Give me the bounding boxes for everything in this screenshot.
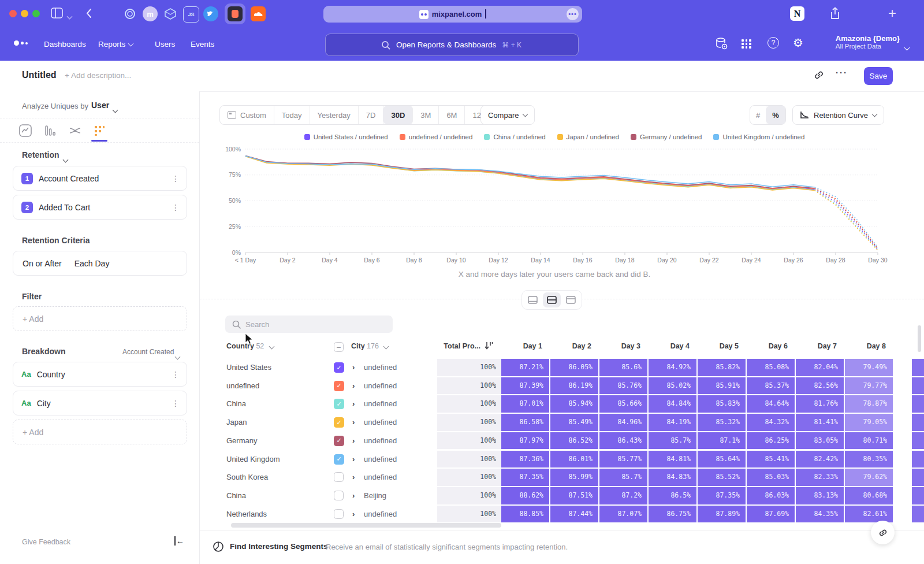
range-custom[interactable]: Custom: [220, 106, 274, 124]
row-checkbox-unchecked[interactable]: [334, 472, 344, 482]
column-header-day[interactable]: Day 7: [796, 342, 837, 350]
pinned-tab-cloud-icon[interactable]: [251, 6, 266, 21]
range-yesterday[interactable]: Yesterday: [310, 106, 359, 124]
row-expand-chevron-icon[interactable]: ›: [352, 436, 355, 445]
row-expand-chevron-icon[interactable]: ›: [352, 363, 355, 372]
apps-grid-icon[interactable]: [742, 39, 751, 49]
row-checkbox-checked[interactable]: ✓: [334, 399, 344, 409]
save-button[interactable]: Save: [864, 67, 893, 85]
format-count-button[interactable]: #: [750, 106, 766, 124]
address-bar[interactable]: mixpanel.com •••: [323, 6, 582, 23]
column-header-day[interactable]: Day 3: [599, 342, 640, 350]
row-expand-chevron-icon[interactable]: ›: [352, 455, 355, 463]
analyze-entity-selector[interactable]: User: [91, 101, 109, 110]
row-checkbox-checked[interactable]: ✓: [334, 454, 344, 465]
breakdown-event-selector[interactable]: Account Created: [122, 348, 174, 356]
legend-item[interactable]: undefined / undefined: [400, 133, 473, 140]
row-expand-chevron-icon[interactable]: ›: [352, 381, 355, 390]
row-checkbox-checked[interactable]: ✓: [334, 381, 344, 391]
collapse-sidebar-icon[interactable]: ←: [174, 536, 184, 546]
column-header-day[interactable]: Day 2: [550, 342, 591, 350]
horizontal-scrollbar[interactable]: [231, 523, 501, 528]
vertical-scrollbar[interactable]: [918, 325, 921, 352]
breakdown-card-country[interactable]: Aa Country ⋮: [13, 362, 187, 387]
compare-button[interactable]: Compare: [480, 105, 535, 125]
breakdown-add-button[interactable]: + Add: [13, 420, 187, 444]
column-header-day[interactable]: Day 4: [649, 342, 690, 350]
copy-link-icon[interactable]: [813, 69, 825, 81]
view-type-dropdown[interactable]: Retention Curve: [792, 105, 884, 125]
select-all-checkbox[interactable]: –: [334, 342, 344, 352]
nav-item-dashboards[interactable]: Dashboards: [44, 28, 86, 61]
nav-item-reports[interactable]: Reports: [98, 28, 133, 61]
retention-curve-chart[interactable]: 0%25%50%75%100%< 1 DayDay 2Day 4Day 6Day…: [219, 143, 889, 266]
project-switcher[interactable]: Amazonia {Demo} All Project Data: [836, 34, 900, 50]
pinned-tab-target-icon[interactable]: [122, 6, 137, 21]
legend-item[interactable]: United Kingdom / undefined: [713, 133, 804, 140]
address-options-icon[interactable]: •••: [567, 8, 579, 20]
column-header-day[interactable]: Day 1: [501, 342, 542, 350]
layout-chart-only-button[interactable]: [524, 292, 542, 307]
window-minimize-button[interactable]: [21, 10, 28, 17]
range-3m[interactable]: 3M: [413, 106, 439, 124]
tab-funnels-icon[interactable]: [43, 124, 57, 138]
criteria-on-or-after[interactable]: On or After: [23, 259, 62, 268]
range-30d[interactable]: 30D: [383, 106, 413, 124]
layout-split-button[interactable]: [543, 292, 561, 307]
column-header-day[interactable]: Day 6: [747, 342, 788, 350]
settings-gear-icon[interactable]: ⚙: [793, 36, 803, 50]
share-link-fab[interactable]: [871, 521, 895, 544]
range-today[interactable]: Today: [274, 106, 310, 124]
breakdown-options-kebab-icon[interactable]: ⋮: [172, 370, 180, 379]
column-header-city[interactable]: City 176: [351, 342, 388, 350]
column-header-total[interactable]: Total Pro...: [416, 342, 480, 350]
legend-item[interactable]: China / undefined: [484, 133, 545, 140]
row-expand-chevron-icon[interactable]: ›: [352, 399, 355, 408]
sort-descending-icon[interactable]: [484, 341, 493, 350]
retention-section-heading[interactable]: Retention: [22, 150, 59, 159]
layout-table-only-button[interactable]: [562, 292, 580, 307]
window-close-button[interactable]: [9, 10, 17, 17]
row-checkbox-checked[interactable]: ✓: [334, 417, 344, 428]
breakdown-card-city[interactable]: Aa City ⋮: [13, 391, 187, 415]
notion-extension-icon[interactable]: N: [790, 6, 804, 21]
add-description-button[interactable]: + Add description...: [65, 71, 131, 80]
row-expand-chevron-icon[interactable]: ›: [352, 491, 355, 500]
column-header-day[interactable]: Day 5: [698, 342, 739, 350]
table-search-input[interactable]: Search: [225, 316, 393, 333]
pinned-tab-bird-icon[interactable]: [203, 6, 218, 21]
legend-item[interactable]: Germany / undefined: [631, 133, 702, 140]
share-icon[interactable]: [829, 7, 841, 21]
row-expand-chevron-icon[interactable]: ›: [352, 510, 355, 518]
give-feedback-link[interactable]: Give Feedback: [22, 538, 70, 546]
range-7d[interactable]: 7D: [359, 106, 384, 124]
column-header-day[interactable]: Day 8: [845, 342, 886, 350]
report-title[interactable]: Untitled: [22, 70, 57, 80]
active-tab-logo-icon[interactable]: [228, 6, 243, 21]
criteria-each-day[interactable]: Each Day: [74, 259, 110, 268]
filter-add-button[interactable]: + Add: [13, 306, 187, 331]
tab-retention-icon[interactable]: [92, 124, 106, 138]
legend-item[interactable]: United States / undefined: [304, 133, 388, 140]
row-checkbox-unchecked[interactable]: [334, 509, 344, 519]
find-interesting-segments-link[interactable]: Find Interesting Segments: [230, 542, 328, 551]
retention-criteria-card[interactable]: On or After Each Day: [13, 251, 187, 276]
new-tab-icon[interactable]: +: [888, 5, 896, 21]
nav-item-users[interactable]: Users: [155, 28, 175, 61]
pinned-tab-js-icon[interactable]: JS: [183, 6, 199, 23]
more-options-icon[interactable]: ···: [836, 68, 848, 77]
nav-item-events[interactable]: Events: [191, 28, 214, 61]
range-6m[interactable]: 6M: [439, 106, 465, 124]
step-card-added-to-cart[interactable]: 2 Added To Cart ⋮: [13, 195, 187, 220]
global-search[interactable]: Open Reports & Dashboards ⌘ + K: [325, 34, 579, 56]
data-management-icon[interactable]: [715, 37, 729, 51]
tab-overview-chevron-icon[interactable]: [68, 10, 72, 20]
step-options-kebab-icon[interactable]: ⋮: [172, 203, 180, 212]
row-checkbox-unchecked[interactable]: [334, 491, 344, 500]
row-checkbox-checked[interactable]: ✓: [334, 436, 344, 446]
step-options-kebab-icon[interactable]: ⋮: [172, 174, 180, 183]
legend-item[interactable]: Japan / undefined: [557, 133, 619, 140]
breakdown-options-kebab-icon[interactable]: ⋮: [172, 399, 180, 408]
sidebar-toggle-icon[interactable]: [51, 8, 64, 19]
row-expand-chevron-icon[interactable]: ›: [352, 473, 355, 481]
